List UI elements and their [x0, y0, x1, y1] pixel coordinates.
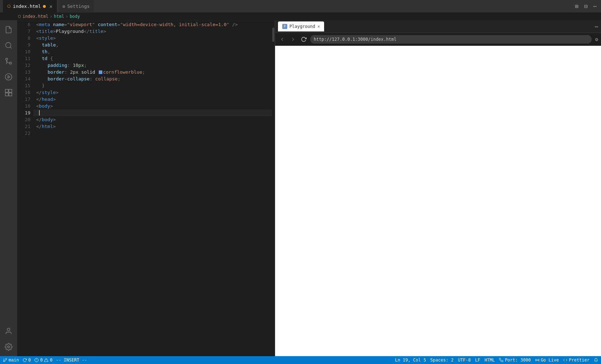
svg-point-20: [537, 360, 538, 360]
svg-marker-5: [8, 75, 10, 78]
tab-index-html-label: index.html: [13, 4, 41, 9]
status-line-ending[interactable]: LF: [475, 358, 480, 363]
code-line-6: <meta name="viewport" content="width=dev…: [33, 21, 272, 28]
tab-settings-label: Settings: [67, 4, 90, 9]
breadcrumb-file[interactable]: ⬡ index.html: [18, 14, 48, 19]
svg-point-13: [6, 359, 7, 360]
browser-settings-icon[interactable]: ⚙: [595, 36, 598, 42]
tab-modified-dot: [43, 5, 46, 8]
editor-layout-icon[interactable]: ⊟: [583, 2, 589, 10]
status-branch[interactable]: main: [3, 358, 19, 363]
browser-back-button[interactable]: [278, 35, 287, 44]
status-warning-count: 0: [50, 358, 52, 363]
code-line-16: </style>: [33, 89, 272, 96]
breadcrumb-body-tag[interactable]: body: [70, 14, 80, 19]
status-right: Ln 19, Col 5 Spaces: 2 UTF-8 LF HTML Por…: [395, 358, 598, 363]
code-line-13: border: 2px solid cornflowerblue ;: [33, 69, 272, 75]
browser-url: http://127.0.0.1:3000/index.html: [314, 37, 396, 42]
status-encoding[interactable]: UTF-8: [458, 358, 471, 363]
status-branch-name: main: [9, 358, 19, 363]
status-sync[interactable]: 0: [23, 358, 31, 363]
breadcrumb-html-tag[interactable]: html: [54, 14, 64, 19]
breadcrumb: ⬡ index.html › html › body: [0, 13, 601, 20]
svg-point-10: [7, 328, 10, 331]
code-line-7: <title> Playground </title>: [33, 28, 272, 35]
status-notifications[interactable]: [594, 358, 598, 362]
code-editor[interactable]: 6 7 8 9 10 11 12 13 14 15 16 17 18 19 20…: [17, 20, 275, 356]
activity-source-control[interactable]: [2, 55, 15, 68]
code-line-18: <body>: [33, 103, 272, 109]
svg-rect-6: [5, 89, 8, 92]
status-prettier[interactable]: Prettier: [563, 358, 590, 363]
status-language-label: HTML: [484, 358, 495, 363]
main-area: 6 7 8 9 10 11 12 13 14 15 16 17 18 19 20…: [0, 20, 601, 356]
status-ln-col: Ln 19, Col 5: [395, 358, 426, 363]
code-line-15: }: [33, 82, 272, 89]
gear-icon: ⚙: [63, 4, 65, 9]
svg-rect-7: [9, 89, 12, 92]
browser-tab-label: Playground: [289, 24, 315, 29]
browser-area: P Playground × ⋯: [275, 20, 601, 356]
status-left: main 0 0 0 -- INSERT --: [3, 358, 87, 363]
split-editor-icon[interactable]: ⊞: [573, 2, 580, 10]
status-port[interactable]: Port: 3000: [499, 358, 531, 363]
status-bar: main 0 0 0 -- INSERT --: [0, 356, 601, 364]
activity-run-debug[interactable]: [2, 70, 15, 83]
activity-extensions[interactable]: [2, 86, 15, 99]
status-error-count: 0: [40, 358, 43, 363]
browser-tab-close-button[interactable]: ×: [317, 24, 320, 29]
status-errors[interactable]: 0 0: [34, 358, 52, 363]
browser-forward-button[interactable]: [289, 35, 297, 44]
code-line-14: border-collapse: collapse ;: [33, 75, 272, 82]
status-insert-mode: -- INSERT --: [56, 358, 87, 363]
code-line-8: <style>: [33, 35, 272, 41]
browser-content: [275, 46, 601, 356]
breadcrumb-file-icon: ⬡: [18, 14, 21, 18]
activity-explorer[interactable]: [2, 23, 15, 36]
status-port-label: Port: 3000: [505, 358, 531, 363]
svg-rect-8: [5, 93, 8, 96]
code-line-17: </head>: [33, 96, 272, 103]
browser-nav-right-icons: ⚙: [595, 36, 598, 42]
svg-point-11: [8, 346, 10, 348]
status-spaces-label: Spaces: 2: [430, 358, 454, 363]
code-content[interactable]: <meta name="viewport" content="width=dev…: [33, 20, 272, 356]
editor-area[interactable]: 6 7 8 9 10 11 12 13 14 15 16 17 18 19 20…: [17, 20, 275, 356]
code-line-20: </body>: [33, 116, 272, 123]
activity-search[interactable]: [2, 39, 15, 52]
line-numbers: 6 7 8 9 10 11 12 13 14 15 16 17 18 19 20…: [17, 20, 33, 356]
browser-more-button[interactable]: ⋯: [595, 23, 598, 30]
code-line-21: </html>: [33, 123, 272, 130]
code-line-11: td {: [33, 55, 272, 62]
activity-bar: [0, 20, 17, 356]
more-icon[interactable]: ⋯: [592, 2, 598, 10]
browser-refresh-button[interactable]: [299, 35, 308, 44]
scrollbar-thumb[interactable]: [272, 28, 274, 42]
status-language[interactable]: HTML: [484, 358, 495, 363]
activity-account[interactable]: [2, 325, 15, 338]
status-go-live-label: Go Live: [541, 358, 559, 363]
browser-tab-bar: P Playground × ⋯: [275, 20, 601, 33]
code-line-12: padding: 10px ;: [33, 62, 272, 69]
status-spaces[interactable]: Spaces: 2: [430, 358, 454, 363]
browser-address-bar[interactable]: http://127.0.0.1:3000/index.html: [310, 35, 592, 44]
svg-point-2: [10, 62, 12, 64]
html-file-icon: ⬡: [7, 4, 11, 9]
code-line-19: [33, 109, 272, 116]
status-cursor-pos[interactable]: Ln 19, Col 5: [395, 358, 426, 363]
tab-close-button[interactable]: ×: [49, 4, 52, 9]
browser-nav-bar: http://127.0.0.1:3000/index.html ⚙: [275, 33, 601, 46]
svg-point-3: [6, 58, 8, 60]
status-go-live[interactable]: Go Live: [535, 358, 559, 363]
scrollbar[interactable]: [272, 20, 275, 356]
code-line-10: th,: [33, 48, 272, 55]
status-line-ending-label: LF: [475, 358, 480, 363]
status-encoding-label: UTF-8: [458, 358, 471, 363]
title-bar-actions: ⊞ ⊟ ⋯: [573, 2, 598, 10]
code-line-22: [33, 130, 272, 137]
tab-settings[interactable]: ⚙ Settings: [58, 0, 94, 13]
activity-manage[interactable]: [2, 340, 15, 353]
tab-index-html[interactable]: ⬡ index.html ×: [3, 0, 57, 13]
code-line-9: table,: [33, 41, 272, 48]
browser-tab-playground[interactable]: P Playground ×: [278, 21, 324, 31]
